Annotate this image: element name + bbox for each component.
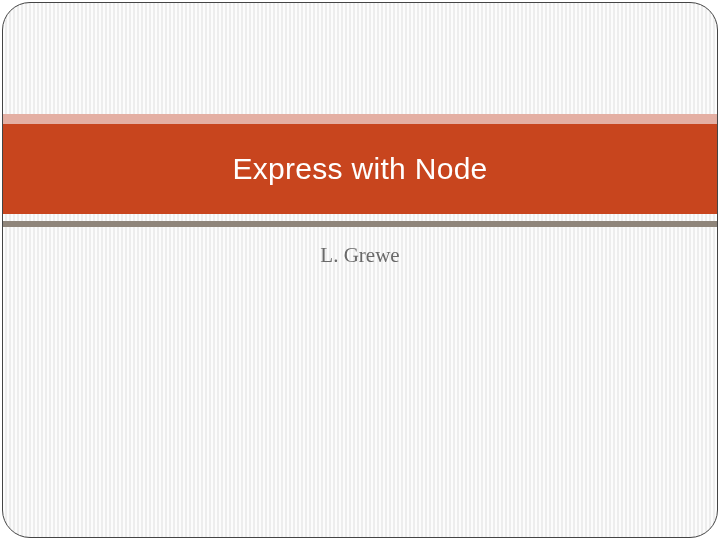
slide-title: Express with Node (232, 152, 487, 186)
accent-stripe-top (3, 114, 717, 124)
slide-subtitle: L. Grewe (3, 243, 717, 268)
slide-container: Express with Node L. Grewe (2, 2, 718, 538)
accent-stripe-bottom (3, 221, 717, 227)
title-banner: Express with Node (3, 124, 717, 214)
